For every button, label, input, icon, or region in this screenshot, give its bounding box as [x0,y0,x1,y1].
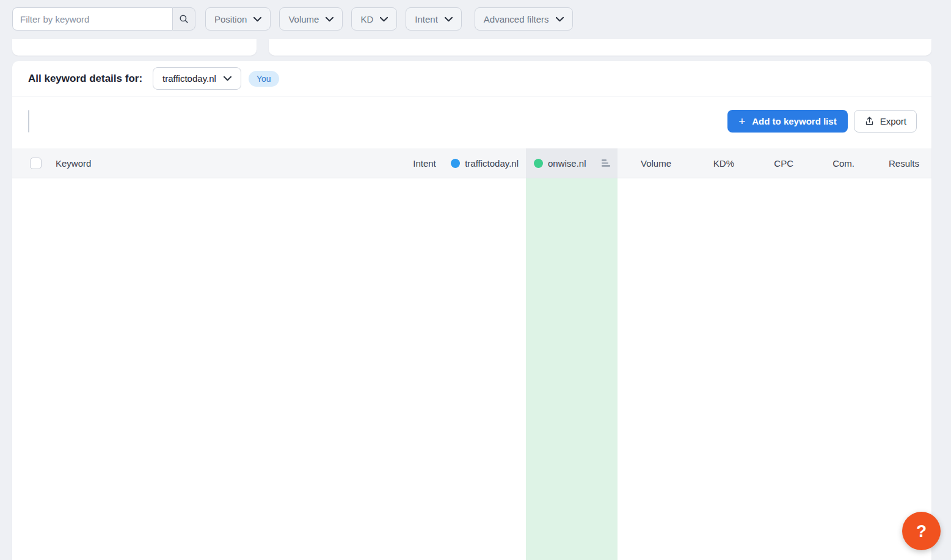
sort-icon [602,159,610,167]
column-header-keyword[interactable]: Keyword [44,158,403,169]
keyword-filter-group [12,7,195,31]
column-header-results[interactable]: Results [862,158,931,169]
help-button[interactable]: ? [902,512,941,550]
filter-dropdown-advanced-filters[interactable]: Advanced filters [475,7,573,31]
toolbar-actions: + Add to keyword list Export [727,110,917,133]
filter-bar: Position Volume KD Intent Advanced filte… [12,7,581,31]
column-header-kd[interactable]: KD% [679,158,740,169]
plus-icon: + [738,115,745,127]
filter-dropdown-label: Intent [415,14,438,24]
column-header-intent[interactable]: Intent [403,158,446,169]
keyword-details-card: All keyword details for: traffictoday.nl… [12,61,931,560]
competitor-domain-label: onwise.nl [548,158,586,169]
column-header-you-domain[interactable]: traffictoday.nl [446,158,526,169]
column-header-com[interactable]: Com. [801,158,862,169]
add-to-keyword-list-label: Add to keyword list [752,116,836,126]
filter-dropdown-position[interactable]: Position [205,7,271,31]
filter-dropdown-label: KD [360,14,373,24]
filter-dropdown-volume[interactable]: Volume [279,7,343,31]
export-button[interactable]: Export [854,110,917,133]
chevron-down-icon [556,16,564,22]
chevron-down-icon [380,16,388,22]
filter-dropdown-intent[interactable]: Intent [406,7,462,31]
chevron-down-icon [224,76,231,81]
header-cell-checkbox [12,158,44,169]
competitor-column-highlight [526,178,618,560]
you-domain-dot-icon [451,159,460,168]
card-fragment-right [269,39,931,56]
filter-dropdown-label: Volume [288,14,319,24]
chevron-down-icon [326,16,333,22]
keywords-table: Keyword Intent traffictoday.nl onwise.nl… [12,148,931,560]
competitor-domain-dot-icon [534,159,543,168]
filter-dropdown-label: Position [214,14,247,24]
domain-selector[interactable]: traffictoday.nl [153,67,241,90]
filter-dropdown-label: Advanced filters [484,14,549,24]
you-badge: You [249,71,279,87]
chevron-down-icon [253,16,261,22]
add-to-keyword-list-button[interactable]: + Add to keyword list [727,110,847,133]
column-header-cpc[interactable]: CPC [740,158,801,169]
details-header: All keyword details for: traffictoday.nl… [12,61,931,96]
search-button[interactable] [172,7,195,31]
card-fragment-left [12,39,257,56]
filter-dropdowns-slot: Position Volume KD Intent Advanced filte… [205,7,581,31]
toolbar: + Add to keyword list Export [12,110,931,133]
search-icon [178,13,189,24]
table-header-row: Keyword Intent traffictoday.nl onwise.nl… [12,148,931,178]
filter-dropdown-kd[interactable]: KD [351,7,397,31]
keyword-filter-input[interactable] [12,7,172,31]
domain-selector-label: traffictoday.nl [162,73,216,84]
column-header-volume[interactable]: Volume [618,158,679,169]
export-icon [864,116,875,126]
tab-bar [28,110,29,133]
export-label: Export [880,116,906,126]
select-all-checkbox[interactable] [30,158,42,169]
keyword-gap-page: Position Volume KD Intent Advanced filte… [0,0,951,560]
you-domain-label: traffictoday.nl [465,158,519,169]
chevron-down-icon [445,16,453,22]
column-header-competitor-domain[interactable]: onwise.nl [526,148,618,178]
details-title: All keyword details for: [28,73,142,85]
